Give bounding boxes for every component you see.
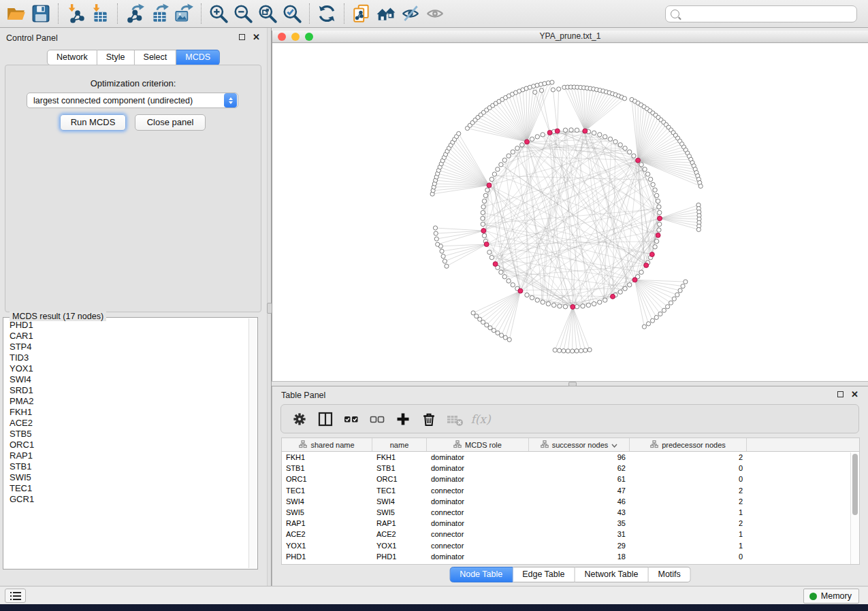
cell-shared-name: SWI4: [282, 496, 372, 507]
cell-shared-name: STB1: [282, 463, 372, 474]
search-box[interactable]: [665, 5, 857, 22]
toolbar-separator: [344, 3, 344, 24]
result-node-item[interactable]: CAR1: [4, 331, 248, 342]
column-header-predecessor-nodes[interactable]: predecessor nodes: [630, 438, 747, 451]
search-icon: [671, 10, 679, 18]
delete-column-icon[interactable]: [416, 408, 442, 431]
result-node-item[interactable]: STB5: [4, 429, 248, 440]
result-node-item[interactable]: FKH1: [4, 407, 248, 418]
network-window-title: YPA_prune.txt_1: [540, 31, 601, 41]
table-row[interactable]: YOX1YOX1connector291: [282, 540, 859, 551]
column-header-shared-name[interactable]: shared name: [282, 438, 372, 451]
cell-shared-name: YOX1: [282, 540, 372, 551]
tab-select[interactable]: Select: [135, 50, 177, 65]
save-session-icon[interactable]: [29, 2, 53, 25]
deselect-all-rows-icon[interactable]: [364, 408, 390, 431]
toggle-columns-icon[interactable]: [312, 408, 338, 431]
close-window-icon[interactable]: [278, 33, 286, 41]
tab-edge-table[interactable]: Edge Table: [513, 567, 575, 582]
cell-MCDS-role: connector: [427, 507, 529, 518]
import-table-icon[interactable]: [88, 2, 112, 25]
criterion-select[interactable]: largest connected component (undirected): [27, 93, 238, 108]
float-panel-icon[interactable]: [837, 391, 843, 397]
add-column-icon[interactable]: [390, 408, 416, 431]
zoom-in-icon[interactable]: [206, 2, 231, 25]
table-row[interactable]: ACE2ACE2connector311: [282, 529, 859, 540]
cell-predecessor-nodes: 1: [630, 529, 747, 540]
result-node-item[interactable]: TID3: [4, 352, 248, 363]
scrollbar-thumb[interactable]: [852, 454, 858, 515]
tab-network-table[interactable]: Network Table: [575, 567, 649, 582]
cell-MCDS-role: connector: [427, 540, 529, 551]
cell-shared-name: TEC1: [282, 485, 372, 496]
memory-button[interactable]: Memory: [803, 589, 859, 604]
zoom-selected-icon[interactable]: [280, 2, 304, 25]
result-node-item[interactable]: STP4: [4, 342, 248, 352]
run-mcds-button[interactable]: Run MCDS: [60, 114, 126, 131]
select-all-rows-icon[interactable]: [338, 408, 364, 431]
column-header-MCDS-role[interactable]: MCDS role: [427, 438, 529, 451]
maximize-window-icon[interactable]: [305, 33, 313, 41]
result-node-item[interactable]: ACE2: [4, 418, 248, 429]
column-header-successor-nodes[interactable]: successor nodes: [529, 438, 630, 451]
cell-predecessor-nodes: 1: [630, 540, 747, 551]
splitter-grip[interactable]: [568, 382, 577, 386]
table-panel-tabs: Node TableEdge TableNetwork TableMotifs: [449, 567, 691, 582]
table-row[interactable]: RAP1RAP1dominator352: [282, 518, 859, 529]
cell-successor-nodes: 62: [529, 463, 630, 474]
table-row[interactable]: ORC1ORC1dominator610: [282, 474, 859, 484]
tab-node-table[interactable]: Node Table: [449, 567, 513, 582]
table-row[interactable]: SWI4SWI4dominator462: [282, 496, 859, 507]
close-panel-icon[interactable]: ✕: [851, 391, 858, 397]
table-options-icon[interactable]: [287, 408, 312, 431]
show-all-icon[interactable]: [423, 2, 447, 25]
result-node-item[interactable]: STB1: [4, 461, 248, 472]
result-node-item[interactable]: ORC1: [4, 440, 248, 450]
table-scrollbar[interactable]: [850, 452, 859, 564]
result-node-item[interactable]: YOX1: [4, 363, 248, 374]
result-node-item[interactable]: SRD1: [4, 385, 248, 396]
refresh-layout-icon[interactable]: [315, 2, 339, 25]
search-input[interactable]: [684, 10, 852, 19]
zoom-fit-icon[interactable]: [255, 2, 280, 25]
tab-network[interactable]: Network: [47, 50, 97, 65]
table-row[interactable]: SWI5SWI5connector431: [282, 507, 859, 518]
result-node-item[interactable]: TEC1: [4, 483, 248, 494]
network-graph[interactable]: [272, 44, 864, 382]
tab-mcds[interactable]: MCDS: [176, 50, 220, 65]
result-node-item[interactable]: GCR1: [4, 494, 248, 505]
table-row[interactable]: STB1STB1dominator620: [282, 463, 859, 474]
float-panel-icon[interactable]: [239, 34, 245, 40]
table-body: FKH1FKH1dominator962STB1STB1dominator620…: [282, 452, 859, 562]
result-node-item[interactable]: SWI4: [4, 374, 248, 385]
tab-motifs[interactable]: Motifs: [648, 567, 690, 582]
network-canvas[interactable]: [272, 44, 868, 381]
result-node-item[interactable]: PHD1: [4, 320, 248, 331]
export-image-icon[interactable]: [172, 2, 196, 25]
zoom-out-icon[interactable]: [231, 2, 255, 25]
tab-style[interactable]: Style: [97, 50, 135, 65]
first-neighbors-icon[interactable]: [374, 2, 398, 25]
table-row[interactable]: TEC1TEC1connector472: [282, 485, 859, 496]
open-file-icon[interactable]: [4, 2, 29, 25]
result-list-scrollbar[interactable]: [248, 318, 257, 568]
delete-table-icon: [442, 408, 468, 431]
cell-shared-name: ORC1: [282, 474, 372, 484]
minimize-window-icon[interactable]: [291, 33, 300, 41]
table-row[interactable]: PHD1PHD1dominator180: [282, 551, 859, 562]
result-node-item[interactable]: RAP1: [4, 450, 248, 461]
show-log-button[interactable]: [5, 589, 26, 603]
result-node-item[interactable]: PMA2: [4, 396, 248, 407]
export-table-icon[interactable]: [147, 2, 172, 25]
import-network-icon[interactable]: [63, 2, 88, 25]
export-network-icon[interactable]: [123, 2, 147, 25]
column-header-name[interactable]: name: [372, 438, 427, 451]
hide-selected-icon[interactable]: [398, 2, 423, 25]
table-row[interactable]: FKH1FKH1dominator962: [282, 452, 859, 463]
horizontal-splitter[interactable]: [272, 381, 868, 386]
vertical-splitter[interactable]: [267, 28, 272, 586]
new-network-from-selection-icon[interactable]: [349, 2, 374, 25]
close-panel-button[interactable]: Close panel: [135, 114, 206, 131]
result-node-item[interactable]: SWI5: [4, 472, 248, 483]
close-panel-icon[interactable]: ✕: [253, 34, 260, 40]
